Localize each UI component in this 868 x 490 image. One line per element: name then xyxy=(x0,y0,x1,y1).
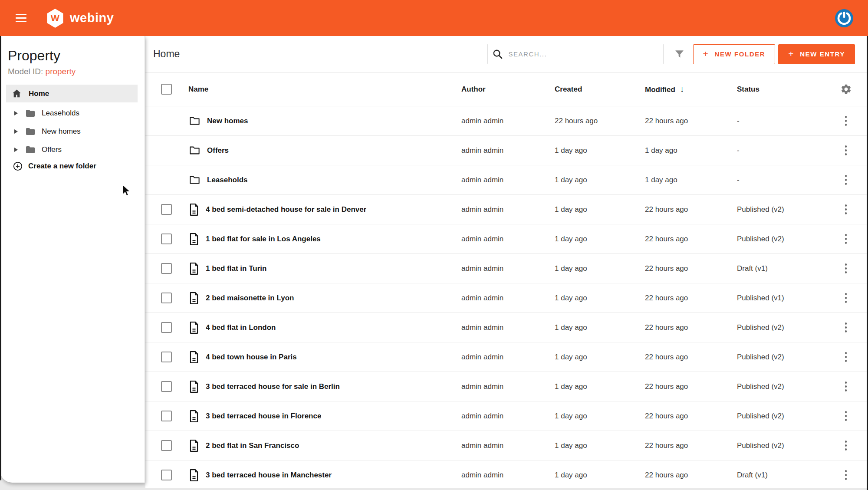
avatar[interactable] xyxy=(835,9,854,28)
row-status: Draft (v1) xyxy=(737,264,837,273)
search-box xyxy=(487,44,664,64)
main-content: Home +NEW FOLDER +NEW ENTRY Name Author … xyxy=(145,36,868,488)
row-created: 1 day ago xyxy=(555,441,645,450)
row-status: Published (v2) xyxy=(737,205,837,214)
kebab-menu-icon[interactable] xyxy=(844,173,848,187)
select-all-checkbox[interactable] xyxy=(161,84,172,95)
folder-icon xyxy=(25,145,35,155)
row-checkbox[interactable] xyxy=(161,233,172,244)
column-header-modified[interactable]: Modified xyxy=(645,86,675,94)
folder-icon xyxy=(188,145,201,156)
folder-icon xyxy=(188,115,201,127)
column-header-author[interactable]: Author xyxy=(461,85,486,93)
kebab-menu-icon[interactable] xyxy=(844,202,848,216)
new-folder-button[interactable]: +NEW FOLDER xyxy=(693,44,776,64)
row-checkbox[interactable] xyxy=(161,293,172,303)
table-row[interactable]: Leaseholds admin admin 1 day ago 1 day a… xyxy=(145,165,868,195)
row-checkbox[interactable] xyxy=(161,470,172,480)
row-checkbox[interactable] xyxy=(161,440,172,451)
table-row[interactable]: 4 bed semi-detached house for sale in De… xyxy=(145,195,868,224)
sidebar-folder-leaseholds[interactable]: Leaseholds xyxy=(0,104,145,122)
kebab-menu-icon[interactable] xyxy=(844,409,848,423)
row-name: 3 bed terraced house for sale in Berlin xyxy=(206,382,340,391)
table-row[interactable]: 2 bed maisonette in Lyon admin admin 1 d… xyxy=(145,283,868,313)
table-row[interactable]: 2 bed flat in San Francisco admin admin … xyxy=(145,431,868,460)
kebab-menu-icon[interactable] xyxy=(844,379,848,393)
row-status: - xyxy=(737,117,837,125)
kebab-menu-icon[interactable] xyxy=(844,350,848,364)
row-status: Draft (v1) xyxy=(737,471,837,480)
row-checkbox[interactable] xyxy=(161,322,172,333)
kebab-menu-icon[interactable] xyxy=(844,261,848,275)
caret-right-icon[interactable] xyxy=(14,129,18,134)
column-header-created[interactable]: Created xyxy=(555,85,582,93)
row-checkbox[interactable] xyxy=(161,352,172,362)
webiny-logo: W webiny xyxy=(46,8,114,28)
row-status: - xyxy=(737,146,837,155)
kebab-menu-icon[interactable] xyxy=(844,143,848,157)
sidebar-home-label: Home xyxy=(29,89,49,98)
folder-icon xyxy=(188,174,201,186)
kebab-menu-icon[interactable] xyxy=(844,232,848,246)
kebab-menu-icon[interactable] xyxy=(844,291,848,305)
kebab-menu-icon[interactable] xyxy=(844,320,848,334)
caret-right-icon[interactable] xyxy=(14,148,18,152)
kebab-menu-icon[interactable] xyxy=(844,114,848,128)
row-status: - xyxy=(737,176,837,184)
create-folder-button[interactable]: Create a new folder xyxy=(0,161,145,171)
row-author: admin admin xyxy=(461,353,555,362)
row-checkbox[interactable] xyxy=(161,411,172,421)
row-name: 3 bed terraced house in Florence xyxy=(206,412,321,421)
folder-icon xyxy=(25,126,35,137)
row-author: admin admin xyxy=(461,382,555,391)
row-status: Published (v1) xyxy=(737,294,837,303)
row-created: 1 day ago xyxy=(555,471,645,480)
column-header-name[interactable]: Name xyxy=(188,85,208,94)
row-name: 4 bed semi-detached house for sale in De… xyxy=(206,205,366,214)
menu-icon[interactable] xyxy=(16,14,26,23)
document-icon xyxy=(188,410,200,423)
row-author: admin admin xyxy=(461,205,555,214)
new-folder-label: NEW FOLDER xyxy=(714,50,765,58)
column-header-status[interactable]: Status xyxy=(737,85,760,93)
table-row[interactable]: 3 bed terraced house in Florence admin a… xyxy=(145,401,868,431)
table-row[interactable]: 3 bed terraced house for sale in Berlin … xyxy=(145,372,868,401)
row-modified: 22 hours ago xyxy=(645,323,737,332)
plus-circle-icon xyxy=(13,161,23,171)
row-checkbox[interactable] xyxy=(161,381,172,392)
sidebar-item-home[interactable]: Home xyxy=(6,85,138,102)
table-row[interactable]: 4 bed flat in London admin admin 1 day a… xyxy=(145,313,868,342)
folder-icon xyxy=(25,108,35,118)
row-author: admin admin xyxy=(461,412,555,421)
row-modified: 22 hours ago xyxy=(645,294,737,303)
caret-right-icon[interactable] xyxy=(14,111,18,115)
table-row[interactable]: 4 bed town house in Paris admin admin 1 … xyxy=(145,342,868,372)
table-row[interactable]: 1 bed flat in Turin admin admin 1 day ag… xyxy=(145,254,868,283)
kebab-menu-icon[interactable] xyxy=(844,468,848,482)
sidebar-folder-offers[interactable]: Offers xyxy=(0,141,145,159)
search-icon xyxy=(492,49,503,60)
table-row[interactable]: Offers admin admin 1 day ago 1 day ago - xyxy=(145,136,868,165)
new-entry-button[interactable]: +NEW ENTRY xyxy=(778,44,855,64)
kebab-menu-icon[interactable] xyxy=(844,438,848,452)
row-name: New homes xyxy=(207,117,248,125)
table-settings-gear-icon[interactable] xyxy=(840,83,852,95)
filter-icon[interactable] xyxy=(674,49,685,59)
row-created: 1 day ago xyxy=(555,146,645,155)
row-checkbox[interactable] xyxy=(161,204,172,215)
row-modified: 22 hours ago xyxy=(645,353,737,362)
row-author: admin admin xyxy=(461,235,555,243)
row-checkbox[interactable] xyxy=(161,263,172,274)
table-row[interactable]: 3 bed terraced house in Manchester admin… xyxy=(145,460,868,488)
sidebar: Property Model ID: property Home Leaseho… xyxy=(0,36,145,483)
table-row[interactable]: 1 bed flat for sale in Los Angeles admin… xyxy=(145,224,868,254)
row-author: admin admin xyxy=(461,323,555,332)
sidebar-folder-new-homes[interactable]: New homes xyxy=(0,122,145,141)
search-input[interactable] xyxy=(509,50,658,58)
row-author: admin admin xyxy=(461,294,555,303)
document-icon xyxy=(188,469,200,482)
toolbar: Home +NEW FOLDER +NEW ENTRY xyxy=(145,36,868,72)
table-row[interactable]: New homes admin admin 22 hours ago 22 ho… xyxy=(145,106,868,136)
row-modified: 22 hours ago xyxy=(645,205,737,214)
gravatar-icon xyxy=(835,9,854,28)
